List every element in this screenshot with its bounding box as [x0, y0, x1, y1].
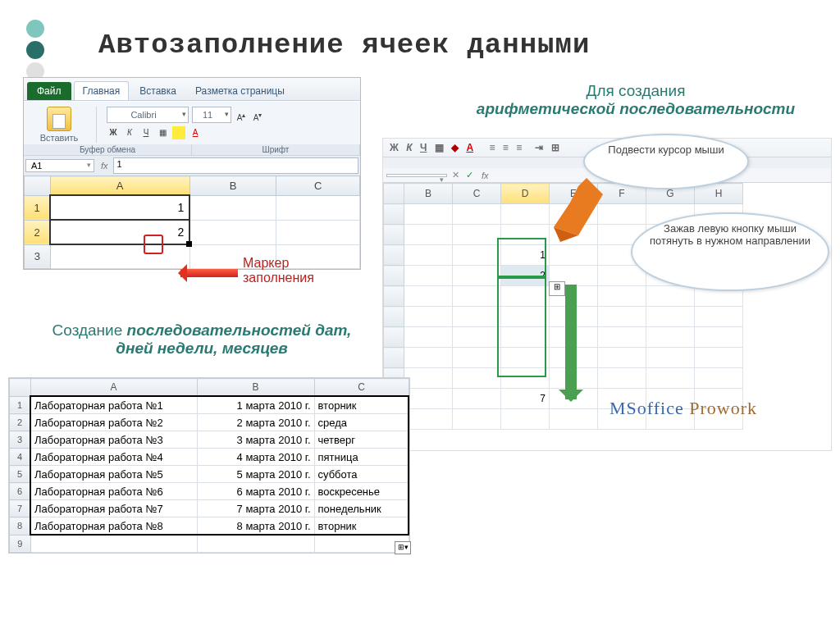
marker-highlight: [144, 235, 163, 254]
spreadsheet-grid[interactable]: A B C 1 1 2 2 3: [24, 175, 360, 269]
font-color-button[interactable]: A: [466, 142, 473, 153]
autofill-options-icon[interactable]: ⊞▾: [395, 541, 411, 554]
bold-button[interactable]: Ж: [390, 142, 399, 153]
tab-home[interactable]: Главная: [74, 81, 130, 100]
tab-insert[interactable]: Вставка: [131, 82, 185, 100]
col-C[interactable]: C: [276, 176, 360, 196]
marker-arrow: [180, 269, 238, 277]
underline-button[interactable]: Ч: [139, 126, 153, 139]
underline-button[interactable]: Ч: [420, 142, 427, 153]
svg-marker-0: [554, 178, 603, 235]
dot-dark-teal: [26, 41, 44, 59]
clipboard-group-label: Буфер обмена: [24, 144, 192, 155]
font-group-label: Шрифт: [192, 144, 360, 155]
merge-icon[interactable]: ⊞: [551, 142, 559, 153]
ribbon-tabs: Файл Главная Вставка Разметка страницы: [24, 78, 360, 101]
font-combo[interactable]: Calibri: [107, 107, 189, 123]
ribbon-body: Вставить Calibri 11 A▴ A▾ Ж К Ч ▦ A: [24, 101, 360, 144]
file-tab[interactable]: Файл: [27, 82, 71, 100]
formula-input[interactable]: 1: [113, 157, 358, 174]
align-bottom-icon[interactable]: ≡: [516, 142, 522, 153]
italic-button[interactable]: К: [406, 142, 412, 153]
font-color-button[interactable]: A: [189, 126, 202, 139]
decorative-dots: [26, 20, 44, 84]
dot-teal: [26, 20, 44, 38]
paste-icon[interactable]: [47, 107, 71, 131]
tab-layout[interactable]: Разметка страницы: [187, 82, 293, 100]
dates-table[interactable]: A B C 1Лабораторная работа №11 марта 201…: [9, 378, 409, 553]
green-arrow-icon: [565, 285, 577, 399]
autofill-marker-figure: Файл Главная Вставка Разметка страницы В…: [23, 77, 361, 270]
marker-label: Маркерзаполнения: [243, 256, 314, 285]
arithmetic-figure: Ж К Ч ▦ ◆ A ≡ ≡ ≡ ⇥ ⊞ Шрифт ✕ ✓ fx B C D: [382, 138, 832, 451]
shrink-font-icon[interactable]: A▾: [251, 108, 264, 121]
watermark: MSoffice Prowork: [609, 398, 757, 419]
col-A[interactable]: A: [50, 176, 189, 196]
cell-D-val1[interactable]: 1: [501, 245, 550, 266]
paste-label: Вставить: [30, 133, 88, 143]
fill-color-button[interactable]: [172, 126, 185, 139]
name-box[interactable]: [386, 174, 447, 177]
slide-title: Автозаполнение ячеек данными: [98, 30, 590, 61]
col-B[interactable]: B: [189, 176, 276, 196]
italic-button[interactable]: К: [123, 126, 136, 139]
dates-title: Создание последовательностей дат, дней н…: [38, 321, 366, 358]
arithmetic-title: Для создания арифметической последовател…: [459, 82, 812, 118]
cell-D-val2[interactable]: 2: [501, 266, 550, 286]
align-middle-icon[interactable]: ≡: [503, 142, 509, 153]
cell-A2[interactable]: 2: [50, 220, 189, 244]
fx-icon[interactable]: fx: [96, 161, 113, 171]
fill-button[interactable]: ◆: [451, 142, 459, 153]
name-box[interactable]: A1: [25, 159, 94, 172]
fx-icon[interactable]: fx: [477, 171, 494, 180]
bold-button[interactable]: Ж: [107, 126, 120, 139]
size-combo[interactable]: 11: [192, 107, 231, 123]
cell-A1[interactable]: 1: [50, 195, 189, 220]
callout-cursor: Подвести курсор мыши: [583, 134, 749, 189]
cell-D-last[interactable]: 7: [501, 389, 550, 409]
row-3[interactable]: 3: [25, 244, 51, 269]
grow-font-icon[interactable]: A▴: [235, 108, 248, 121]
align-top-icon[interactable]: ≡: [489, 142, 495, 153]
orange-arrow-icon: [546, 178, 603, 244]
row-1[interactable]: 1: [25, 195, 51, 220]
formula-bar: A1 fx 1: [24, 155, 360, 175]
wrap-text-icon[interactable]: ⇥: [535, 142, 543, 153]
row-2[interactable]: 2: [25, 220, 51, 244]
autofill-options-icon[interactable]: ⊞: [549, 281, 565, 296]
border-button[interactable]: ▦: [435, 142, 444, 153]
callout-drag: Зажав левую кнопку мыши потянуть в нужно…: [631, 212, 829, 291]
dates-table-figure: A B C 1Лабораторная работа №11 марта 201…: [8, 377, 410, 554]
border-button[interactable]: ▦: [156, 126, 169, 139]
